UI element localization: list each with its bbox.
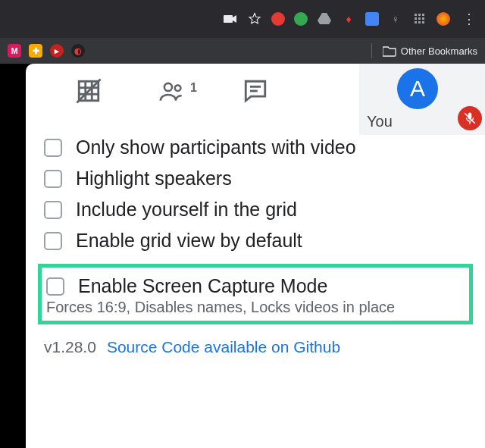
popup-footer: v1.28.0 Source Code available on Github [26,324,485,370]
svg-rect-2 [418,14,421,16]
browser-menu-icon[interactable]: ⋮ [459,11,479,27]
folder-icon [383,45,396,57]
chat-icon [242,78,268,104]
star-icon[interactable] [247,11,262,27]
option-highlight-speakers[interactable]: Highlight speakers [44,163,467,194]
people-icon [158,78,186,104]
bookmark-bar: M ✚ ▸ ◐ Other Bookmarks [0,38,485,64]
mic-muted-icon[interactable] [458,106,482,130]
tab-layout[interactable] [47,78,130,104]
svg-rect-8 [418,21,421,23]
checkbox[interactable] [44,232,62,250]
people-count-badge: 1 [190,81,197,95]
svg-rect-20 [469,122,471,124]
option-label: Enable grid view by default [76,230,302,252]
version-label: v1.28.0 [44,338,96,356]
lightbulb-icon[interactable]: ♀ [388,11,403,27]
svg-rect-4 [415,17,417,20]
highlighted-option-group: Enable Screen Capture Mode Forces 16:9, … [38,264,473,324]
svg-rect-3 [422,14,424,16]
extension-icon[interactable] [365,12,379,26]
svg-rect-7 [415,21,417,23]
bookmark-icon[interactable]: ✚ [29,44,42,58]
option-default-grid[interactable]: Enable grid view by default [44,225,467,256]
divider [371,43,372,58]
source-code-link[interactable]: Source Code available on Github [107,338,340,356]
svg-rect-5 [418,17,421,20]
option-label: Highlight speakers [76,168,232,190]
apps-grid-icon[interactable] [412,11,427,27]
option-label: Only show participants with video [76,136,356,158]
svg-point-17 [175,85,181,91]
option-only-video-participants[interactable]: Only show participants with video [44,132,467,163]
bookmark-icon[interactable]: ◐ [71,44,85,58]
option-label: Include yourself in the grid [76,199,297,221]
svg-rect-6 [422,17,424,20]
svg-rect-9 [422,21,424,23]
checkbox[interactable] [44,201,62,219]
svg-rect-0 [224,15,233,23]
extension-icon[interactable]: ♦ [341,11,356,27]
option-screen-capture-mode[interactable]: Enable Screen Capture Mode [46,275,465,297]
bookmark-icon[interactable]: ▸ [50,44,64,58]
svg-line-15 [77,79,100,102]
options-list: Only show participants with video Highli… [26,118,485,324]
svg-point-16 [164,83,172,91]
self-label: You [367,113,393,130]
checkbox[interactable] [46,277,64,296]
self-video-tile[interactable]: A You [359,64,485,135]
other-bookmarks-label: Other Bookmarks [401,45,477,57]
checkbox[interactable] [44,170,62,188]
profile-avatar-icon[interactable] [436,12,450,26]
extension-icon[interactable] [294,12,308,26]
extension-icon[interactable] [271,12,285,26]
camera-icon[interactable] [223,11,238,27]
option-subtext: Forces 16:9, Disables names, Locks video… [46,299,465,316]
extension-popup-card: 1 A You Only show participants with vide… [26,64,485,448]
option-label: Enable Screen Capture Mode [78,275,327,297]
tab-people[interactable]: 1 [130,78,214,104]
checkbox[interactable] [44,139,62,157]
grid-off-icon [76,78,102,104]
bookmark-icon[interactable]: M [8,44,21,58]
avatar-initial: A [410,76,425,102]
svg-rect-1 [415,14,417,16]
drive-icon[interactable] [317,11,332,27]
tab-chat[interactable] [214,78,297,104]
other-bookmarks-folder[interactable]: Other Bookmarks [383,45,477,57]
option-include-yourself[interactable]: Include yourself in the grid [44,194,467,225]
browser-toolbar: ♦ ♀ ⋮ [0,0,485,38]
avatar: A [397,68,438,109]
